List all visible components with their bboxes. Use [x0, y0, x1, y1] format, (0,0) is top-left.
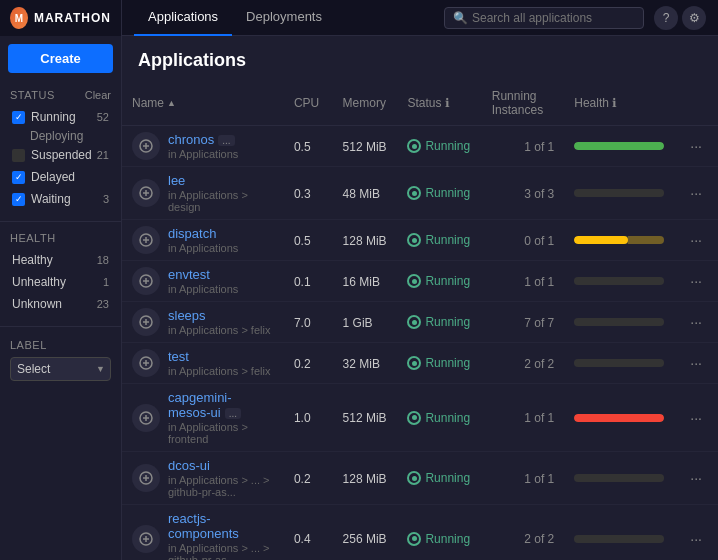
cell-name: test in Applications > felix [122, 343, 284, 384]
cell-name: capgemini-mesos-ui... in Applications > … [122, 384, 284, 452]
health-item-unknown[interactable]: Unknown 23 [10, 294, 111, 314]
cell-health [564, 343, 674, 384]
more-button[interactable]: ··· [684, 353, 708, 373]
sort-icon: ▲ [167, 98, 176, 108]
app-icon [132, 226, 160, 254]
app-icon-svg [138, 470, 154, 486]
health-item-unhealthy[interactable]: Unhealthy 1 [10, 272, 111, 292]
tab-deployments[interactable]: Deployments [232, 0, 336, 36]
applications-table: Name ▲ CPU Memory Status ℹ Running Insta… [122, 81, 718, 560]
cell-instances: 7 of 7 [482, 302, 565, 343]
app-name-info: test in Applications > felix [168, 349, 270, 377]
app-name[interactable]: dcos-ui [168, 458, 274, 473]
app-name-info: sleeps in Applications > felix [168, 308, 270, 336]
create-button[interactable]: Create [8, 44, 113, 73]
app-name[interactable]: dispatch [168, 226, 238, 241]
app-name[interactable]: lee [168, 173, 274, 188]
cell-name: lee in Applications > design [122, 167, 284, 220]
cell-cpu: 0.2 [284, 452, 333, 505]
waiting-checkbox[interactable] [12, 193, 25, 206]
app-name[interactable]: test [168, 349, 270, 364]
more-button[interactable]: ··· [684, 271, 708, 291]
th-instances[interactable]: Running Instances [482, 81, 565, 126]
app-path: in Applications > design [168, 189, 274, 213]
more-button[interactable]: ··· [684, 136, 708, 156]
cell-health [564, 302, 674, 343]
th-health[interactable]: Health ℹ [564, 81, 674, 126]
sidebar-item-deploying[interactable]: Deploying [10, 129, 111, 143]
app-name[interactable]: capgemini-mesos-ui... [168, 390, 274, 420]
app-icon-svg [138, 273, 154, 289]
app-icon-svg [138, 314, 154, 330]
app-name-cell: reactjs-components in Applications > ...… [132, 511, 274, 560]
cell-cpu: 0.5 [284, 126, 333, 167]
label-select[interactable]: Select [10, 357, 111, 381]
table-row: reactjs-components in Applications > ...… [122, 505, 718, 561]
more-button[interactable]: ··· [684, 230, 708, 250]
suspended-checkbox[interactable] [12, 149, 25, 162]
app-name-cell: lee in Applications > design [132, 173, 274, 213]
sidebar-item-running[interactable]: Running 52 [10, 107, 111, 127]
cell-memory: 128 MiB [333, 452, 398, 505]
app-name[interactable]: sleeps [168, 308, 270, 323]
more-button[interactable]: ··· [684, 408, 708, 428]
more-button[interactable]: ··· [684, 312, 708, 332]
app-name[interactable]: envtest [168, 267, 238, 282]
table-row: test in Applications > felix 0.2 32 MiB … [122, 343, 718, 384]
suspended-label: Suspended [31, 148, 97, 162]
app-path: in Applications > felix [168, 365, 270, 377]
more-button[interactable]: ··· [684, 183, 708, 203]
search-input[interactable] [472, 11, 635, 25]
app-icon-svg [138, 185, 154, 201]
cell-name: reactjs-components in Applications > ...… [122, 505, 284, 561]
name-sort[interactable]: Name ▲ [132, 96, 274, 110]
cell-cpu: 0.5 [284, 220, 333, 261]
memory-value: 32 MiB [343, 357, 380, 371]
settings-button[interactable]: ⚙ [682, 6, 706, 30]
app-icon [132, 404, 160, 432]
unhealthy-label: Unhealthy [12, 275, 66, 289]
app-name-cell: test in Applications > felix [132, 349, 274, 377]
sidebar-item-waiting[interactable]: Waiting 3 [10, 189, 111, 209]
app-path: in Applications > ... > github-pr-as... [168, 542, 274, 560]
cell-cpu: 1.0 [284, 384, 333, 452]
cell-memory: 32 MiB [333, 343, 398, 384]
sidebar-item-delayed[interactable]: Delayed [10, 167, 111, 187]
tab-applications[interactable]: Applications [134, 0, 232, 36]
memory-value: 256 MiB [343, 532, 387, 546]
cpu-value: 0.5 [294, 234, 311, 248]
search-icon: 🔍 [453, 11, 468, 25]
app-name[interactable]: reactjs-components [168, 511, 274, 541]
sidebar-item-suspended[interactable]: Suspended 21 [10, 145, 111, 165]
cell-memory: 256 MiB [333, 505, 398, 561]
sidebar: M MARATHON Create STATUS Clear Running 5… [0, 0, 122, 560]
instances-value: 1 of 1 [524, 411, 554, 425]
more-button[interactable]: ··· [684, 529, 708, 549]
running-checkbox[interactable] [12, 111, 25, 124]
cell-name: sleeps in Applications > felix [122, 302, 284, 343]
clear-button[interactable]: Clear [85, 89, 111, 101]
app-name[interactable]: chronos... [168, 132, 238, 147]
cell-actions: ··· [674, 302, 718, 343]
health-bar [574, 359, 664, 367]
health-bar [574, 318, 664, 326]
app-path: in Applications [168, 283, 238, 295]
more-button[interactable]: ··· [684, 468, 708, 488]
th-memory[interactable]: Memory [333, 81, 398, 126]
health-item-healthy[interactable]: Healthy 18 [10, 250, 111, 270]
th-cpu[interactable]: CPU [284, 81, 333, 126]
unknown-count: 23 [97, 298, 109, 310]
help-button[interactable]: ? [654, 6, 678, 30]
app-name-info: capgemini-mesos-ui... in Applications > … [168, 390, 274, 445]
status-header: STATUS Clear [10, 89, 111, 101]
delayed-checkbox[interactable] [12, 171, 25, 184]
waiting-label: Waiting [31, 192, 103, 206]
th-status[interactable]: Status ℹ [397, 81, 481, 126]
status-badge: Running [407, 274, 471, 288]
cell-status: Running [397, 505, 481, 561]
cpu-value: 0.4 [294, 532, 311, 546]
cell-health [564, 220, 674, 261]
app-icon [132, 525, 160, 553]
cell-status: Running [397, 261, 481, 302]
th-name[interactable]: Name ▲ [122, 81, 284, 126]
